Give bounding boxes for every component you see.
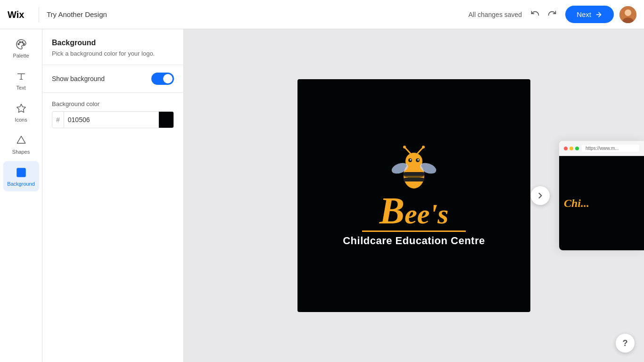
panel-title: Background <box>52 39 174 47</box>
logo-card: B ee's Childcare Education Centre <box>297 79 530 312</box>
background-label: Background <box>7 181 35 187</box>
svg-point-26 <box>417 159 419 160</box>
panel-header-section: Background Pick a background color for y… <box>42 29 183 57</box>
palette-label: Palette <box>13 53 29 58</box>
wix-logo: Wix <box>8 9 31 20</box>
color-section: Background color # <box>42 100 183 136</box>
text-label: Text <box>16 85 25 90</box>
panel: Background Pick a background color for y… <box>42 29 184 362</box>
svg-rect-16 <box>404 178 424 181</box>
undo-button[interactable] <box>528 6 543 23</box>
svg-rect-11 <box>19 172 24 175</box>
sidebar-item-shapes[interactable]: Shapes <box>3 129 39 159</box>
undo-redo-group <box>528 6 560 23</box>
logo-preview-container: B ee's Childcare Education Centre <box>297 79 530 312</box>
color-hash-symbol: # <box>52 112 64 128</box>
mockup-preview-text: Chi... <box>564 197 589 210</box>
svg-point-5 <box>19 41 21 43</box>
palette-icon <box>15 38 28 51</box>
mockup-url: https://www.m... <box>582 145 639 152</box>
bee-name-rest: ee's <box>405 200 448 228</box>
bee-letter-b: B <box>380 192 405 230</box>
svg-point-2 <box>625 9 631 16</box>
svg-point-13 <box>405 153 422 170</box>
mockup-panel: https://www.m... Chi... <box>559 141 644 250</box>
toggle-slider <box>151 73 174 85</box>
color-value-input[interactable] <box>64 112 158 128</box>
show-background-toggle[interactable] <box>151 73 174 85</box>
next-preview-arrow[interactable] <box>531 186 550 205</box>
panel-divider-1 <box>42 65 183 65</box>
sidebar-item-text[interactable]: Text <box>3 65 39 95</box>
panel-divider-2 <box>42 92 183 93</box>
header-divider <box>39 7 39 22</box>
main-layout: Palette Text Icons <box>0 29 644 362</box>
bee-underline <box>362 230 466 232</box>
color-input-row: # <box>52 111 174 128</box>
bee-logo: B ee's Childcare Education Centre <box>343 145 485 247</box>
mockup-content: Chi... <box>559 156 644 250</box>
bee-name-group: B ee's <box>380 192 449 230</box>
shapes-icon <box>15 134 28 147</box>
avatar[interactable] <box>619 6 636 23</box>
svg-point-25 <box>410 159 411 160</box>
text-icon <box>15 70 28 83</box>
header-title: Try Another Design <box>47 10 107 18</box>
mockup-browser-bar: https://www.m... <box>559 141 644 156</box>
sidebar-item-background[interactable]: Background <box>3 161 39 191</box>
help-button[interactable]: ? <box>616 334 635 353</box>
icon-sidebar: Palette Text Icons <box>0 29 42 362</box>
canvas-area: B ee's Childcare Education Centre <box>184 29 644 362</box>
svg-rect-15 <box>404 172 424 176</box>
show-background-row: Show background <box>42 73 183 85</box>
redo-button[interactable] <box>545 6 560 23</box>
saved-status: All changes saved <box>469 11 522 18</box>
bee-tagline: Childcare Education Centre <box>343 235 485 247</box>
sidebar-item-palette[interactable]: Palette <box>3 33 39 63</box>
svg-marker-8 <box>17 104 25 112</box>
color-label: Background color <box>52 100 174 107</box>
icons-icon <box>15 102 28 115</box>
svg-point-4 <box>18 43 19 45</box>
shapes-label: Shapes <box>12 149 30 155</box>
svg-point-7 <box>23 43 25 45</box>
show-background-label: Show background <box>52 75 105 82</box>
background-icon <box>15 166 28 179</box>
color-swatch[interactable] <box>158 112 173 128</box>
header-right: All changes saved Next <box>469 6 636 23</box>
svg-point-6 <box>22 41 23 43</box>
svg-text:Wix: Wix <box>8 9 24 19</box>
svg-point-22 <box>422 146 425 148</box>
bee-svg-icon <box>386 145 442 192</box>
header: Wix Try Another Design All changes saved… <box>0 0 644 29</box>
sidebar-item-icons[interactable]: Icons <box>3 97 39 127</box>
next-button[interactable]: Next <box>565 6 614 23</box>
icons-label: Icons <box>15 117 27 123</box>
panel-subtitle: Pick a background color for your logo. <box>52 50 174 57</box>
svg-point-20 <box>403 146 406 148</box>
